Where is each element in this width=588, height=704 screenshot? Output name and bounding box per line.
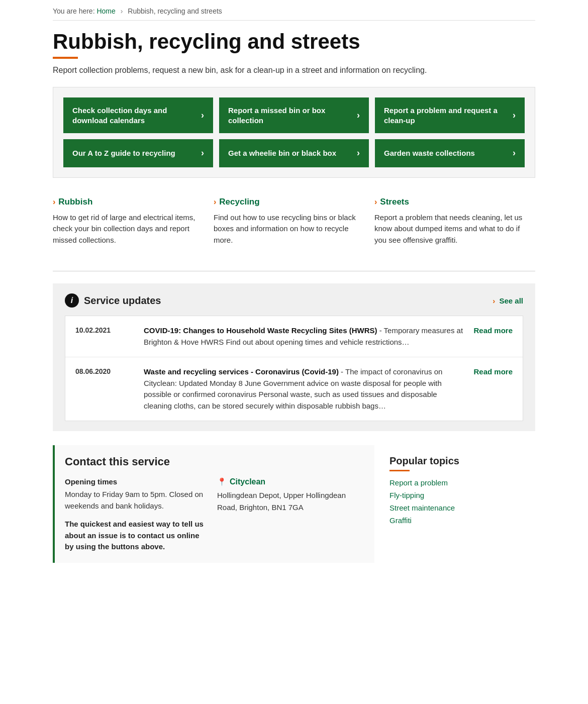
title-underline [53,57,78,59]
popular-link-2[interactable]: Street maintenance [389,504,535,512]
btn-report-problem-arrow: › [513,110,516,121]
category-streets-label: Streets [380,197,409,207]
btn-check-collection-arrow: › [201,110,204,121]
update-strong-2: Waste and recycling services - Coronavir… [144,367,339,376]
update-item-1: 10.02.2021 COVID-19: Changes to Househol… [65,316,523,357]
btn-garden-waste-arrow: › [513,147,516,159]
category-recycling-desc: Find out how to use recycling bins or bl… [214,212,364,246]
update-item-2: 08.06.2020 Waste and recycling services … [65,357,523,421]
category-streets-link[interactable]: › Streets [374,197,525,207]
btn-a-to-z[interactable]: Our A to Z guide to recycling › [63,139,213,167]
popular-topics-section: Popular topics Report a problem Fly-tipp… [374,445,535,563]
streets-arrow-icon: › [374,197,377,207]
contact-section: Contact this service Opening times Monda… [53,445,374,563]
category-recycling-label: Recycling [219,197,259,207]
update-text-1: COVID-19: Changes to Household Waste Rec… [144,325,465,348]
btn-garden-waste[interactable]: Garden waste collections › [375,139,525,167]
popular-link-0[interactable]: Report a problem [389,478,535,487]
update-date-1: 10.02.2021 [75,325,136,334]
btn-get-bin[interactable]: Get a wheelie bin or black box › [219,139,369,167]
breadcrumb: You are here: Home › Rubbish, recycling … [53,0,535,21]
page-subtitle: Report collection problems, request a ne… [53,66,535,75]
breadcrumb-home[interactable]: Home [96,7,115,15]
read-more-link-2[interactable]: Read more [473,366,513,376]
breadcrumb-current: Rubbish, recycling and streets [128,7,222,15]
opening-times-label: Opening times [65,477,207,486]
quick-links-grid: Check collection days and download calen… [53,87,535,177]
section-divider [53,271,535,271]
update-date-2: 08.06.2020 [75,366,136,375]
breadcrumb-separator: › [121,7,123,15]
see-all-label: See all [499,296,523,305]
updates-title: Service updates [84,295,161,307]
bottom-section: Contact this service Opening times Monda… [53,445,535,563]
btn-report-problem-label: Report a problem and request a clean-up [384,106,508,125]
category-rubbish-link[interactable]: › Rubbish [53,197,204,207]
location-name-text: Cityclean [230,477,265,486]
btn-get-bin-arrow: › [357,147,360,159]
contact-grid: Opening times Monday to Friday 9am to 5p… [65,477,359,553]
info-icon: i [65,293,79,308]
btn-report-missed-arrow: › [357,110,360,121]
service-updates-section: i Service updates › See all 10.02.2021 C… [53,283,535,431]
category-recycling-link[interactable]: › Recycling [214,197,364,207]
contact-note-strong: The quickest and easiest way to tell us … [65,520,204,551]
location-block: 📍 Cityclean Hollingdean Depot, Upper Hol… [217,477,359,553]
updates-list: 10.02.2021 COVID-19: Changes to Househol… [65,316,523,421]
contact-title: Contact this service [65,455,359,468]
see-all-link[interactable]: › See all [493,296,523,305]
pin-icon: 📍 [217,477,227,486]
page-title: Rubbish, recycling and streets [53,30,535,54]
btn-report-missed[interactable]: Report a missed bin or box collection › [219,97,369,133]
read-more-link-1[interactable]: Read more [473,325,513,335]
recycling-arrow-icon: › [214,197,216,207]
updates-header: i Service updates › See all [65,293,523,308]
btn-get-bin-label: Get a wheelie bin or black box [228,148,336,158]
btn-garden-waste-label: Garden waste collections [384,148,475,158]
update-strong-1: COVID-19: Changes to Household Waste Rec… [144,326,377,335]
btn-a-to-z-label: Our A to Z guide to recycling [72,148,175,158]
contact-note: The quickest and easiest way to tell us … [65,519,207,553]
see-all-arrow-icon: › [493,296,495,305]
btn-a-to-z-arrow: › [201,147,204,159]
btn-check-collection[interactable]: Check collection days and download calen… [63,97,213,133]
category-grid: › Rubbish How to get rid of large and el… [53,192,535,256]
opening-times-block: Opening times Monday to Friday 9am to 5p… [65,477,207,553]
breadcrumb-you-are-here: You are here: [53,7,96,15]
update-text-2: Waste and recycling services - Coronavir… [144,366,465,412]
location-name: 📍 Cityclean [217,477,359,486]
popular-link-1[interactable]: Fly-tipping [389,491,535,499]
popular-topics-title: Popular topics [389,455,535,467]
btn-report-problem[interactable]: Report a problem and request a clean-up … [375,97,525,133]
category-rubbish: › Rubbish How to get rid of large and el… [53,192,214,256]
updates-title-row: i Service updates [65,293,161,308]
rubbish-arrow-icon: › [53,197,55,207]
category-streets-desc: Report a problem that needs cleaning, le… [374,212,525,246]
btn-report-missed-label: Report a missed bin or box collection [228,106,352,125]
popular-underline [389,470,410,471]
category-recycling: › Recycling Find out how to use recyclin… [214,192,374,256]
category-rubbish-desc: How to get rid of large and electrical i… [53,212,204,246]
category-rubbish-label: Rubbish [58,197,92,207]
category-streets: › Streets Report a problem that needs cl… [374,192,535,256]
btn-check-collection-label: Check collection days and download calen… [72,106,196,125]
popular-link-3[interactable]: Graffiti [389,516,535,525]
opening-times-text: Monday to Friday 9am to 5pm. Closed on w… [65,489,207,512]
location-address: Hollingdean Depot, Upper Hollingdean Roa… [217,489,359,514]
